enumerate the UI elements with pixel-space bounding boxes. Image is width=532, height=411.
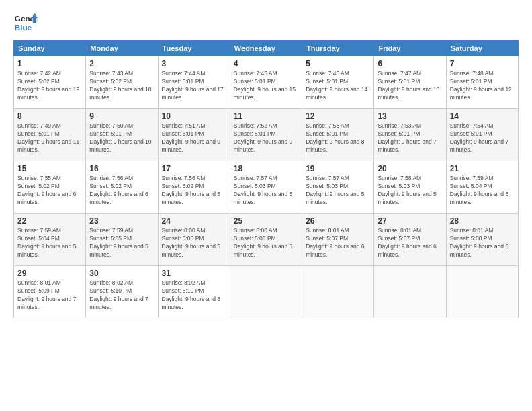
day-number: 12 <box>306 111 370 121</box>
calendar-cell: 6Sunrise: 7:47 AMSunset: 5:01 PMDaylight… <box>374 56 446 109</box>
calendar-cell: 16Sunrise: 7:56 AMSunset: 5:02 PMDayligh… <box>86 161 158 214</box>
calendar-cell: 12Sunrise: 7:53 AMSunset: 5:01 PMDayligh… <box>302 109 374 161</box>
day-content: Sunrise: 7:48 AMSunset: 5:01 PMDaylight:… <box>450 70 515 102</box>
day-content: Sunrise: 7:42 AMSunset: 5:02 PMDaylight:… <box>17 70 82 102</box>
header-area: General Blue <box>13 11 519 35</box>
day-number: 27 <box>378 216 442 226</box>
logo-icon: General Blue <box>13 11 38 35</box>
day-content: Sunrise: 8:00 AMSunset: 5:06 PMDaylight:… <box>234 227 298 259</box>
day-number: 3 <box>162 59 226 68</box>
logo: General Blue <box>13 11 38 35</box>
day-content: Sunrise: 7:49 AMSunset: 5:01 PMDaylight:… <box>17 122 82 154</box>
weekday-header-sunday: Sunday <box>14 41 86 56</box>
week-row-4: 22Sunrise: 7:59 AMSunset: 5:04 PMDayligh… <box>14 214 519 266</box>
calendar-cell: 15Sunrise: 7:55 AMSunset: 5:02 PMDayligh… <box>14 161 86 214</box>
day-number: 14 <box>450 111 515 121</box>
day-number: 25 <box>234 216 298 226</box>
day-number: 7 <box>450 59 515 68</box>
day-content: Sunrise: 7:59 AMSunset: 5:04 PMDaylight:… <box>17 227 82 259</box>
weekday-header-saturday: Saturday <box>446 41 518 56</box>
day-number: 15 <box>17 164 82 173</box>
day-number: 19 <box>306 164 370 173</box>
svg-marker-2 <box>33 15 36 23</box>
calendar-cell: 10Sunrise: 7:51 AMSunset: 5:01 PMDayligh… <box>158 109 230 161</box>
calendar-cell <box>230 266 302 318</box>
calendar-cell: 27Sunrise: 8:01 AMSunset: 5:07 PMDayligh… <box>374 214 446 266</box>
calendar-cell: 7Sunrise: 7:48 AMSunset: 5:01 PMDaylight… <box>446 56 518 109</box>
day-number: 24 <box>162 216 226 226</box>
page: General Blue SundayMondayTuesdayWednesda… <box>0 0 532 325</box>
weekday-header-friday: Friday <box>374 41 446 56</box>
day-content: Sunrise: 7:58 AMSunset: 5:03 PMDaylight:… <box>378 175 442 207</box>
calendar-cell: 28Sunrise: 8:01 AMSunset: 5:08 PMDayligh… <box>446 214 518 266</box>
calendar-cell: 8Sunrise: 7:49 AMSunset: 5:01 PMDaylight… <box>14 109 86 161</box>
calendar-cell: 19Sunrise: 7:57 AMSunset: 5:03 PMDayligh… <box>302 161 374 214</box>
day-number: 29 <box>17 269 82 278</box>
day-content: Sunrise: 8:00 AMSunset: 5:05 PMDaylight:… <box>162 227 226 259</box>
day-content: Sunrise: 8:01 AMSunset: 5:07 PMDaylight:… <box>306 227 370 259</box>
day-content: Sunrise: 7:54 AMSunset: 5:01 PMDaylight:… <box>450 122 515 154</box>
day-number: 11 <box>234 111 298 121</box>
day-number: 8 <box>17 111 82 121</box>
day-number: 13 <box>378 111 442 121</box>
day-number: 23 <box>89 216 154 226</box>
calendar-cell: 24Sunrise: 8:00 AMSunset: 5:05 PMDayligh… <box>158 214 230 266</box>
calendar-cell: 2Sunrise: 7:43 AMSunset: 5:02 PMDaylight… <box>86 56 158 109</box>
calendar-cell <box>446 266 518 318</box>
day-number: 6 <box>378 59 442 68</box>
day-content: Sunrise: 7:43 AMSunset: 5:02 PMDaylight:… <box>89 70 154 102</box>
calendar-cell: 4Sunrise: 7:45 AMSunset: 5:01 PMDaylight… <box>230 56 302 109</box>
day-content: Sunrise: 8:01 AMSunset: 5:07 PMDaylight:… <box>378 227 442 259</box>
day-content: Sunrise: 7:59 AMSunset: 5:05 PMDaylight:… <box>89 227 154 259</box>
day-content: Sunrise: 7:47 AMSunset: 5:01 PMDaylight:… <box>378 70 442 102</box>
calendar-cell: 1Sunrise: 7:42 AMSunset: 5:02 PMDaylight… <box>14 56 86 109</box>
day-number: 31 <box>162 269 226 278</box>
day-number: 30 <box>89 269 154 278</box>
weekday-header-row: SundayMondayTuesdayWednesdayThursdayFrid… <box>14 41 519 56</box>
day-content: Sunrise: 7:51 AMSunset: 5:01 PMDaylight:… <box>162 122 226 154</box>
day-content: Sunrise: 7:52 AMSunset: 5:01 PMDaylight:… <box>234 122 298 154</box>
day-content: Sunrise: 8:01 AMSunset: 5:08 PMDaylight:… <box>450 227 515 259</box>
day-number: 16 <box>89 164 154 173</box>
day-number: 26 <box>306 216 370 226</box>
day-content: Sunrise: 7:46 AMSunset: 5:01 PMDaylight:… <box>306 70 370 102</box>
day-content: Sunrise: 7:44 AMSunset: 5:01 PMDaylight:… <box>162 70 226 102</box>
calendar-cell: 25Sunrise: 8:00 AMSunset: 5:06 PMDayligh… <box>230 214 302 266</box>
day-content: Sunrise: 7:59 AMSunset: 5:04 PMDaylight:… <box>450 175 515 207</box>
day-content: Sunrise: 8:01 AMSunset: 5:09 PMDaylight:… <box>17 279 82 312</box>
week-row-2: 8Sunrise: 7:49 AMSunset: 5:01 PMDaylight… <box>14 109 519 161</box>
day-number: 9 <box>89 111 154 121</box>
day-content: Sunrise: 7:50 AMSunset: 5:01 PMDaylight:… <box>89 122 154 154</box>
svg-text:Blue: Blue <box>15 23 32 32</box>
calendar-cell <box>374 266 446 318</box>
calendar-cell: 20Sunrise: 7:58 AMSunset: 5:03 PMDayligh… <box>374 161 446 214</box>
calendar-cell <box>302 266 374 318</box>
day-number: 4 <box>234 59 298 68</box>
day-content: Sunrise: 7:56 AMSunset: 5:02 PMDaylight:… <box>89 175 154 207</box>
calendar-cell: 3Sunrise: 7:44 AMSunset: 5:01 PMDaylight… <box>158 56 230 109</box>
weekday-header-thursday: Thursday <box>302 41 374 56</box>
calendar-cell: 9Sunrise: 7:50 AMSunset: 5:01 PMDaylight… <box>86 109 158 161</box>
day-content: Sunrise: 7:57 AMSunset: 5:03 PMDaylight:… <box>234 175 298 207</box>
day-number: 17 <box>162 164 226 173</box>
day-number: 10 <box>162 111 226 121</box>
week-row-3: 15Sunrise: 7:55 AMSunset: 5:02 PMDayligh… <box>14 161 519 214</box>
calendar-cell: 26Sunrise: 8:01 AMSunset: 5:07 PMDayligh… <box>302 214 374 266</box>
calendar-cell: 11Sunrise: 7:52 AMSunset: 5:01 PMDayligh… <box>230 109 302 161</box>
day-content: Sunrise: 7:55 AMSunset: 5:02 PMDaylight:… <box>17 175 82 207</box>
day-content: Sunrise: 8:02 AMSunset: 5:10 PMDaylight:… <box>89 279 154 312</box>
day-number: 21 <box>450 164 515 173</box>
day-number: 5 <box>306 59 370 68</box>
weekday-header-wednesday: Wednesday <box>230 41 302 56</box>
day-content: Sunrise: 8:02 AMSunset: 5:10 PMDaylight:… <box>162 279 226 312</box>
calendar-cell: 14Sunrise: 7:54 AMSunset: 5:01 PMDayligh… <box>446 109 518 161</box>
day-number: 18 <box>234 164 298 173</box>
calendar-cell: 18Sunrise: 7:57 AMSunset: 5:03 PMDayligh… <box>230 161 302 214</box>
day-content: Sunrise: 7:53 AMSunset: 5:01 PMDaylight:… <box>306 122 370 154</box>
day-content: Sunrise: 7:57 AMSunset: 5:03 PMDaylight:… <box>306 175 370 207</box>
calendar-cell: 29Sunrise: 8:01 AMSunset: 5:09 PMDayligh… <box>14 266 86 318</box>
calendar-table: SundayMondayTuesdayWednesdayThursdayFrid… <box>13 40 519 318</box>
day-number: 1 <box>17 59 82 68</box>
calendar-cell: 31Sunrise: 8:02 AMSunset: 5:10 PMDayligh… <box>158 266 230 318</box>
calendar-cell: 21Sunrise: 7:59 AMSunset: 5:04 PMDayligh… <box>446 161 518 214</box>
